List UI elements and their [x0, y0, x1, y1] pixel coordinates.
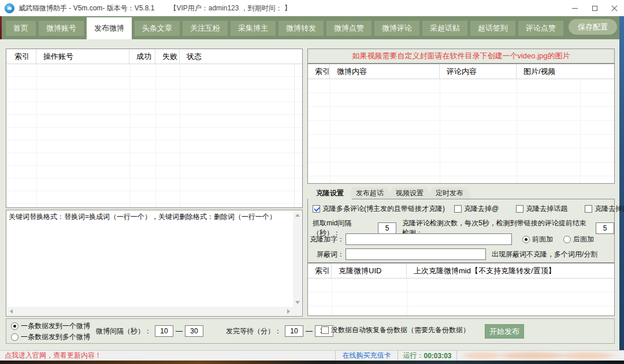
account-table: 索引 操作账号 成功 失败 状态: [6, 49, 303, 208]
close-button[interactable]: [604, 0, 624, 16]
desktop-bleed-bottom: [0, 361, 624, 364]
clone-table-body[interactable]: [308, 278, 614, 315]
interval-min-input[interactable]: [155, 325, 173, 337]
video-cover-notice: 如果视频需要自定义封面请在软件目录下创建一个video.jpg的图片: [307, 49, 615, 64]
vip-info: 【VIP用户：admin123 ，到期时间： 】: [169, 3, 291, 13]
radio-label: 一条数据发到一个微博: [21, 321, 90, 331]
checkbox-label: 克隆去掉@: [464, 204, 499, 214]
weibo-interval-label: 微博间隔（秒）：: [96, 326, 151, 336]
app-icon: [5, 3, 14, 13]
tab-scheduled-publish[interactable]: 定时发布: [428, 187, 471, 199]
runtime-value: 00:03:03: [424, 352, 451, 360]
main-nav: 首页 微博账号 发布微博 头条文章 关注互粉 采集博主 微博转发 微博点赞 微博…: [0, 16, 624, 39]
tab-publish-supertopic[interactable]: 发布超话: [348, 187, 392, 199]
checkbox-label: 克隆去掉话题: [526, 204, 567, 214]
col-weibo-content: 微博内容: [330, 64, 440, 79]
runtime-status: 运行： 00:03:03: [398, 351, 456, 361]
scroll-right-icon[interactable]: [287, 309, 290, 314]
radio-label: 前面加: [532, 235, 553, 244]
col-fail: 失败: [155, 49, 180, 64]
horizontal-scrollbar[interactable]: [7, 307, 293, 315]
buy-card-link[interactable]: 在线购买充值卡: [335, 351, 398, 361]
checkbox-label: 克隆去掉图片: [595, 204, 624, 214]
tab-video-settings[interactable]: 视频设置: [388, 187, 432, 199]
start-publish-button[interactable]: 开始发布: [485, 324, 524, 339]
maximize-button[interactable]: [585, 0, 604, 16]
tab-supertopic-checkin[interactable]: 超话签到: [470, 21, 515, 36]
clone-addtext-label: 克隆加字：: [308, 235, 344, 244]
publish-control-panel: 一条数据发到一个微博 一条数据发到多个微博 微博间隔（秒）： — 发完等待（分）…: [6, 318, 615, 344]
col-media: 图片/视频: [517, 64, 614, 79]
block-words-hint: 出现屏蔽词不克隆，多个词用/分割: [492, 250, 597, 259]
clone-uid-table: 索引 克隆微博UID 上次克隆微博mid【不支持克隆转发/置顶】: [307, 263, 615, 316]
minimize-button[interactable]: [565, 0, 585, 16]
content-table: 索引 微博内容 评论内容 图片/视频: [307, 64, 615, 184]
tab-comment-like[interactable]: 评论点赞: [518, 21, 563, 36]
clone-addtext-input[interactable]: [346, 233, 512, 245]
tab-repost[interactable]: 微博转发: [278, 21, 324, 36]
one-data-multi-weibo-option[interactable]: 一条数据发到多个微博: [11, 332, 90, 342]
scroll-left-icon[interactable]: [10, 309, 13, 314]
block-words-input[interactable]: [346, 248, 486, 260]
checkbox-icon[interactable]: [321, 326, 329, 334]
col-last-mid: 上次克隆微博mid【不支持克隆转发/置顶】: [407, 263, 614, 278]
checkbox-icon[interactable]: [454, 205, 462, 213]
clone-remove-topic-option[interactable]: 克隆去掉话题: [516, 204, 567, 214]
tab-home[interactable]: 首页: [6, 21, 36, 36]
radio-checked-icon[interactable]: [522, 236, 530, 243]
scroll-up-icon[interactable]: [295, 214, 300, 217]
radio-checked-icon[interactable]: [11, 322, 18, 330]
tab-comment[interactable]: 微博评论: [374, 21, 419, 36]
checkbox-label: 克隆多条评论(博主发的且带链接才克隆): [322, 204, 445, 214]
scroll-down-icon[interactable]: [295, 301, 300, 304]
window-controls: [565, 0, 624, 16]
col-index: 索引: [6, 49, 36, 64]
checkbox-icon[interactable]: [516, 205, 523, 213]
tab-collect-supertopic[interactable]: 采超话贴: [422, 21, 467, 36]
save-config-button[interactable]: 保存配置: [569, 19, 617, 35]
radio-icon[interactable]: [11, 333, 18, 341]
desktop-bleed-left: [0, 16, 2, 39]
one-data-one-weibo-option[interactable]: 一条数据发到一个微博: [11, 321, 90, 331]
add-front-option[interactable]: 前面加: [522, 235, 553, 244]
checkbox-icon[interactable]: [585, 205, 592, 213]
range-dash: —: [306, 327, 313, 335]
checkbox-label: 没数据自动恢复备份数据（需要先备份数据）: [331, 325, 470, 335]
statusbar-watermark-area: [456, 351, 624, 361]
tab-headline-articles[interactable]: 头条文章: [135, 21, 180, 36]
account-table-header: 索引 操作账号 成功 失败 状态: [6, 49, 302, 64]
tab-like[interactable]: 微博点赞: [326, 21, 372, 36]
auto-restore-option[interactable]: 没数据自动恢复备份数据（需要先备份数据）: [321, 325, 470, 335]
vertical-scrollbar[interactable]: [293, 211, 302, 307]
detect-count-input[interactable]: [596, 222, 614, 234]
col-comment-content: 评论内容: [440, 64, 517, 79]
radio-icon[interactable]: [563, 236, 571, 243]
account-table-body[interactable]: [6, 64, 302, 207]
content-table-body[interactable]: [308, 79, 614, 183]
tab-weibo-accounts[interactable]: 微博账号: [39, 21, 84, 36]
clone-multi-comment-option[interactable]: 克隆多条评论(博主发的且带链接才克隆): [313, 204, 445, 214]
interval-max-input[interactable]: [185, 325, 203, 337]
tab-publish-weibo[interactable]: 发布微博: [87, 17, 132, 39]
block-words-label: 屏蔽词：: [308, 250, 344, 259]
title-bar: 威武猫微博助手 - V5m.com- 版本号：V5.8.1 【VIP用户：adm…: [0, 0, 624, 16]
col-index: 索引: [308, 263, 332, 278]
col-index: 索引: [308, 64, 330, 79]
clone-settings-panel: 克隆多条评论(博主发的且带链接才克隆) 克隆去掉@ 克隆去掉话题 克隆去掉图片 …: [307, 199, 615, 263]
col-status: 状态: [180, 49, 302, 64]
official-site-link[interactable]: 点我进入官网，查看更新内容！: [0, 351, 335, 361]
tab-clone-settings[interactable]: 克隆设置: [308, 187, 352, 199]
clone-remove-at-option[interactable]: 克隆去掉@: [454, 204, 499, 214]
tab-follow[interactable]: 关注互粉: [183, 21, 228, 36]
checkbox-checked-icon[interactable]: [313, 205, 320, 213]
col-account: 操作账号: [36, 49, 129, 64]
clone-remove-image-option[interactable]: 克隆去掉图片: [585, 204, 624, 214]
blurred-watermark: [457, 352, 624, 359]
keyword-replace-box[interactable]: 关键词替换格式：替换词=换成词（一行一个），关键词删除格式：删除词（一行一个）: [6, 210, 303, 317]
mid-interval-input[interactable]: [378, 222, 396, 234]
minimize-icon: [572, 8, 578, 9]
add-back-option[interactable]: 后面加: [563, 235, 594, 244]
wait-min-input[interactable]: [285, 325, 303, 337]
tab-collect-bloggers[interactable]: 采集博主: [231, 21, 276, 36]
clone-table-header: 索引 克隆微博UID 上次克隆微博mid【不支持克隆转发/置顶】: [308, 263, 614, 278]
